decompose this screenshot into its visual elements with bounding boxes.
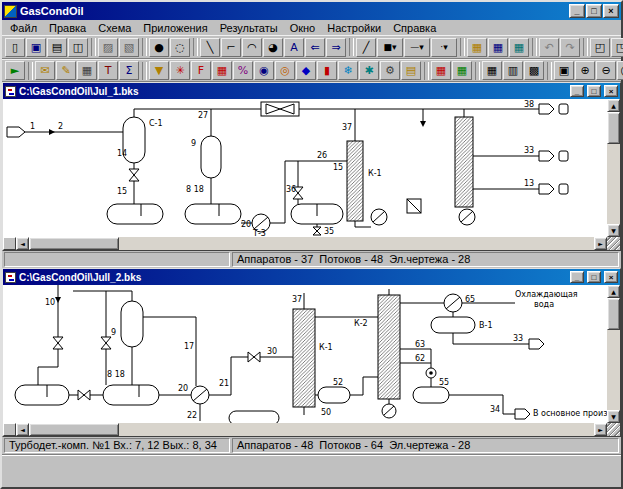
child-maximize-button[interactable]: □ <box>587 85 601 97</box>
mixer-icon[interactable]: ✱ <box>359 61 379 80</box>
scroll-up-button[interactable]: ▲ <box>607 99 620 112</box>
arc-tool-icon[interactable]: ◠ <box>242 38 262 57</box>
line-width-icon[interactable]: —▾ <box>404 38 430 57</box>
stream-label: 21 <box>219 379 229 388</box>
print-preview-icon[interactable]: ◫ <box>68 38 88 57</box>
zoom-in-icon[interactable]: ⊕ <box>575 61 595 80</box>
pane-splitter[interactable] <box>3 423 16 436</box>
scrollbar-track[interactable] <box>29 237 594 250</box>
scroll-down-button[interactable]: ▼ <box>607 410 620 423</box>
percent-icon[interactable]: % <box>233 61 253 80</box>
formula-icon[interactable]: F <box>191 61 211 80</box>
copy-icon[interactable]: ▨ <box>98 38 118 57</box>
calculator-icon[interactable]: ▦ <box>77 61 97 80</box>
drop-icon[interactable]: ◆ <box>296 61 316 80</box>
components-icon[interactable]: ✳ <box>170 61 190 80</box>
stream-label: К-1 <box>368 169 382 178</box>
child-close-button[interactable]: × <box>604 271 618 283</box>
resize-grip[interactable] <box>607 423 620 436</box>
fill-color-icon[interactable]: ■▾ <box>377 38 403 57</box>
redo-icon[interactable]: ↷ <box>560 38 580 57</box>
curve-tool-icon[interactable]: ◕ <box>263 38 283 57</box>
prev-view-icon[interactable]: ◰ <box>590 38 610 57</box>
units-setup-icon[interactable]: Т <box>98 61 118 80</box>
title-bar[interactable]: GasCondOil _ □ × <box>2 2 621 20</box>
reactions-grid-icon[interactable]: ▦ <box>212 61 232 80</box>
scrollbar-track[interactable] <box>607 112 620 224</box>
menu-settings[interactable]: Настройки <box>321 22 387 34</box>
hot-table-icon[interactable]: ▦ <box>431 61 451 80</box>
menu-help[interactable]: Справка <box>387 22 442 34</box>
zoom-fit-icon[interactable]: ◯ <box>617 61 623 80</box>
snowflake-icon[interactable]: ❄ <box>338 61 358 80</box>
scroll-right-button[interactable]: ► <box>594 423 607 436</box>
flip-right-icon[interactable]: ⇒ <box>326 38 346 57</box>
minimize-button[interactable]: _ <box>569 4 585 18</box>
donut-icon[interactable]: ◎ <box>275 61 295 80</box>
edit-scheme-icon[interactable]: ✎ <box>56 61 76 80</box>
line-style-icon[interactable]: ╱ <box>356 38 376 57</box>
next-view-icon[interactable]: ◳ <box>611 38 623 57</box>
scroll-up-button[interactable]: ▲ <box>607 285 620 298</box>
grid-dense-icon[interactable]: ▩ <box>524 61 544 80</box>
scrollbar-track[interactable] <box>29 423 594 436</box>
menu-edit[interactable]: Правка <box>43 22 92 34</box>
menu-window[interactable]: Окно <box>284 22 322 34</box>
diagram-canvas-2[interactable]: 1098 18172021223730К-1К-25250636265В-155… <box>3 285 607 423</box>
scrollbar-thumb[interactable] <box>607 112 620 144</box>
results-table-icon[interactable]: ▦ <box>467 38 487 57</box>
vertical-scrollbar[interactable]: ▲ ▼ <box>607 285 620 423</box>
text-tool-icon[interactable]: A <box>284 38 304 57</box>
sum-streams-icon[interactable]: Σ <box>119 61 139 80</box>
scroll-left-button[interactable]: ◄ <box>16 423 29 436</box>
diagram-canvas-1[interactable]: 12С-114152798 18362620Т-3353715К-1383313 <box>3 99 607 237</box>
menu-applications[interactable]: Приложения <box>137 22 213 34</box>
undo-icon[interactable]: ↶ <box>539 38 559 57</box>
vertical-scrollbar[interactable]: ▲ ▼ <box>607 99 620 237</box>
child-minimize-button[interactable]: _ <box>570 85 584 97</box>
pane-splitter[interactable] <box>3 237 16 250</box>
line-tool-icon[interactable]: ╲ <box>200 38 220 57</box>
new-file-icon[interactable]: ▯ <box>5 38 25 57</box>
scrollbar-track[interactable] <box>607 298 620 410</box>
menu-scheme[interactable]: Схема <box>92 22 137 34</box>
flip-left-icon[interactable]: ⇐ <box>305 38 325 57</box>
oil-sample-icon[interactable]: ◉ <box>254 61 274 80</box>
scroll-down-button[interactable]: ▼ <box>607 224 620 237</box>
scrollbar-thumb[interactable] <box>607 298 620 330</box>
zoom-out-icon[interactable]: ⊖ <box>596 61 616 80</box>
polyline-tool-icon[interactable]: ⌐ <box>221 38 241 57</box>
scrollbar-thumb[interactable] <box>29 237 119 250</box>
report-icon[interactable]: ▤ <box>401 61 421 80</box>
print-icon[interactable]: ▤ <box>47 38 67 57</box>
close-button[interactable]: × <box>603 4 619 18</box>
units-table-icon[interactable]: ▦ <box>509 38 529 57</box>
maximize-button[interactable]: □ <box>586 4 602 18</box>
menu-results[interactable]: Результаты <box>214 22 284 34</box>
run-calculation-icon[interactable]: ► <box>5 61 25 80</box>
scrollbar-thumb[interactable] <box>29 423 119 436</box>
cascade-windows-icon[interactable]: ▣ <box>554 61 574 80</box>
resize-grip[interactable] <box>607 237 620 250</box>
paste-icon[interactable]: ▧ <box>119 38 139 57</box>
document-titlebar-2[interactable]: C:\GasCondOil\Jull_2.bks _ □ × <box>3 269 620 285</box>
child-maximize-button[interactable]: □ <box>587 271 601 283</box>
cold-table-icon[interactable]: ▦ <box>452 61 472 80</box>
scheme-mail-icon[interactable]: ✉ <box>35 61 55 80</box>
point-style-icon[interactable]: ·▾ <box>431 38 457 57</box>
scroll-right-button[interactable]: ► <box>594 237 607 250</box>
pan-icon[interactable]: ● <box>149 38 169 57</box>
settings-gear-icon[interactable]: ⚙ <box>380 61 400 80</box>
streams-table-icon[interactable]: ▦ <box>488 38 508 57</box>
select-icon[interactable]: ◌ <box>170 38 190 57</box>
child-close-button[interactable]: × <box>604 85 618 97</box>
thermometer-icon[interactable]: ▮ <box>317 61 337 80</box>
grid-view-icon[interactable]: ▦ <box>482 61 502 80</box>
child-minimize-button[interactable]: _ <box>570 271 584 283</box>
document-titlebar-1[interactable]: C:\GasCondOil\Jul_1.bks _ □ × <box>3 83 620 99</box>
save-icon[interactable]: ▣ <box>26 38 46 57</box>
menu-file[interactable]: Файл <box>4 22 43 34</box>
grid-cols-icon[interactable]: ▥ <box>503 61 523 80</box>
filter-icon[interactable]: ▼ <box>149 61 169 80</box>
scroll-left-button[interactable]: ◄ <box>16 237 29 250</box>
